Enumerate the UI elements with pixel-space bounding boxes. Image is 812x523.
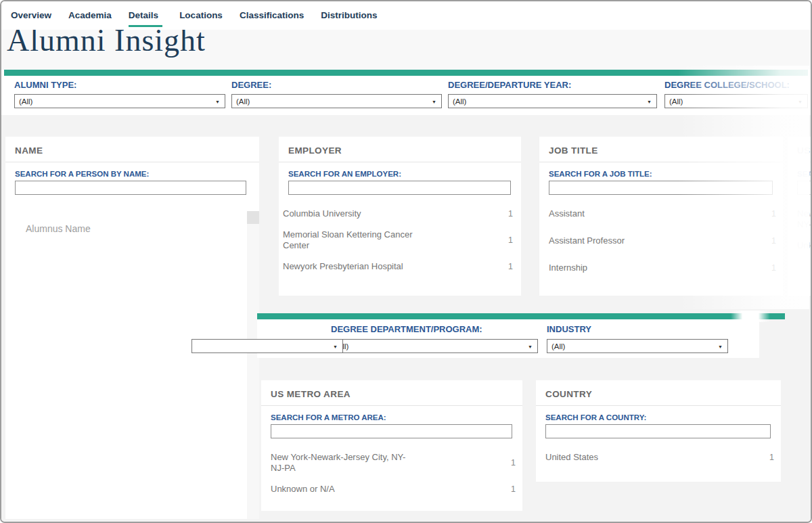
job-title-panel: JOB TITLE SEARCH FOR A JOB TITLE: Assist… — [539, 137, 783, 296]
filter-alumni-type-dropdown[interactable]: (All) ▼ — [14, 94, 225, 108]
employer-count: 1 — [508, 208, 513, 219]
tab-classifications[interactable]: Classifications — [240, 10, 304, 25]
filter-cropped-dropdown[interactable]: ▼ — [191, 339, 343, 353]
metro-area-search-label: SEARCH FOR A METRO AREA: — [271, 413, 513, 422]
employer-search-input[interactable] — [288, 181, 511, 195]
chevron-down-icon: ▼ — [798, 99, 803, 104]
country-name: United States — [545, 452, 598, 463]
job-title-name: Internship — [549, 263, 587, 273]
job-title-search-input[interactable] — [549, 181, 773, 195]
metro-area-search-input[interactable] — [271, 424, 512, 438]
us-metro-area-panel: US METRO AREA SEARCH FOR A METRO AREA: N… — [261, 380, 522, 511]
tab-details[interactable]: Details — [129, 10, 162, 27]
job-title-name: Assistant Professor — [549, 235, 625, 246]
filter-alumni-type-label: ALUMNI TYPE: — [14, 80, 225, 90]
job-title-count: 1 — [771, 263, 776, 273]
filter-degree-department-label: DEGREE DEPARTMENT/PROGRAM: — [331, 324, 482, 334]
country-count: 1 — [769, 452, 774, 462]
employer-name: Columbia University — [283, 208, 361, 219]
country-search-label: SEARCH FOR A COUNTRY: — [545, 413, 771, 422]
list-item[interactable]: Internship 1 — [549, 263, 776, 273]
country-search-input[interactable] — [545, 424, 771, 438]
name-search-label: SEARCH FOR A PERSON BY NAME: — [15, 170, 250, 178]
list-item[interactable]: New York-Newark-Jersey City, NY-NJ-PA 1 — [271, 452, 516, 474]
tab-distributions[interactable]: Distributions — [321, 10, 377, 25]
chevron-down-icon: ▼ — [647, 99, 652, 104]
dashboard-window: Overview Academia Details Locations Clas… — [0, 0, 812, 523]
filter-degree-value: (All) — [236, 97, 250, 106]
filter-degree-college-school-value: (All) — [669, 97, 683, 106]
name-panel-title: NAME — [5, 137, 259, 162]
tab-bar: Overview Academia Details Locations Clas… — [1, 1, 811, 30]
country-panel: COUNTRY SEARCH FOR A COUNTRY: United Sta… — [536, 380, 781, 482]
accent-bar-middle — [257, 313, 785, 319]
employer-search-label: SEARCH FOR AN EMPLOYER: — [288, 170, 512, 178]
filter-degree: DEGREE: (All) ▼ — [231, 80, 442, 108]
filter-industry-value: (All) — [551, 342, 565, 350]
job-title-count: 1 — [771, 208, 776, 219]
filter-degree-college-school-dropdown[interactable]: (All) ▼ — [664, 94, 808, 108]
us-metro-area-panel-title: US METRO AREA — [261, 380, 522, 406]
filter-degree-dropdown[interactable]: (All) ▼ — [231, 94, 442, 108]
employer-count: 1 — [508, 261, 513, 271]
list-item[interactable]: Unknown or N/A 1 — [271, 484, 516, 495]
chevron-down-icon: ▼ — [432, 99, 436, 104]
job-title-count: 1 — [771, 235, 776, 246]
metro-area-count: 1 — [511, 484, 516, 494]
filter-degree-department-dropdown[interactable]: (All) ▼ — [330, 339, 538, 353]
filter-degree-college-school: DEGREE COLLEGE/SCHOOL: (All) ▼ — [664, 80, 808, 108]
employer-name: Memorial Sloan Kettering Cancer Center — [283, 229, 415, 251]
list-item[interactable]: Columbia University 1 — [283, 208, 513, 219]
metro-area-count: 1 — [511, 452, 516, 468]
tab-locations[interactable]: Locations — [179, 10, 223, 25]
filter-degree-label: DEGREE: — [231, 80, 442, 90]
filter-alumni-type-value: (All) — [19, 97, 32, 106]
job-title-search-label: SEARCH FOR A JOB TITLE: — [549, 170, 773, 178]
list-item[interactable]: Memorial Sloan Kettering Cancer Center 1 — [283, 229, 513, 251]
tab-overview[interactable]: Overview — [11, 10, 51, 25]
scrollbar-thumb[interactable] — [247, 211, 259, 224]
partial-right-panel: US METRO AREA SEARCH FOR A METRO AREA: N… — [788, 137, 812, 296]
employer-panel: EMPLOYER SEARCH FOR AN EMPLOYER: Columbi… — [279, 137, 521, 296]
list-item[interactable]: Alumnus Name — [26, 223, 91, 234]
chevron-down-icon: ▼ — [718, 344, 723, 348]
chevron-down-icon: ▼ — [215, 99, 220, 104]
chevron-down-icon: ▼ — [333, 344, 338, 348]
page-title: Alumni Insight — [7, 30, 811, 58]
filter-row-primary: ALUMNI TYPE: (All) ▼ DEGREE: (All) ▼ DEG… — [1, 76, 811, 115]
employer-name: Newyork Presbyterian Hospital — [283, 261, 403, 272]
list-item[interactable]: Newyork Presbyterian Hospital 1 — [283, 261, 513, 272]
filter-degree-departure-year-value: (All) — [453, 97, 466, 106]
name-search-input[interactable] — [15, 181, 246, 195]
job-title-panel-title: JOB TITLE — [539, 137, 783, 162]
filter-alumni-type: ALUMNI TYPE: (All) ▼ — [14, 80, 225, 108]
list-item[interactable]: Assistant 1 — [549, 208, 776, 219]
filter-degree-college-school-label: DEGREE COLLEGE/SCHOOL: — [664, 80, 808, 90]
filter-industry-label: INDUSTRY — [547, 324, 591, 334]
employer-panel-title: EMPLOYER — [279, 137, 521, 162]
metro-area-name: Unknown or N/A — [271, 484, 335, 495]
partial-right-panel-content: US METRO AREA SEARCH FOR A METRO AREA: N… — [788, 137, 812, 251]
tab-academia[interactable]: Academia — [68, 10, 112, 25]
filter-degree-departure-year: DEGREE/DEPARTURE YEAR: (All) ▼ — [448, 80, 657, 108]
metro-area-name: New York-Newark-Jersey City, NY-NJ-PA — [271, 452, 413, 474]
filter-industry-dropdown[interactable]: (All) ▼ — [547, 339, 728, 353]
list-item[interactable]: United States 1 — [545, 452, 774, 463]
job-title-name: Assistant — [549, 208, 585, 219]
filter-degree-departure-year-label: DEGREE/DEPARTURE YEAR: — [448, 80, 657, 90]
title-strip: Alumni Insight — [1, 30, 811, 70]
chevron-down-icon: ▼ — [528, 344, 533, 348]
name-panel-scrollbar[interactable] — [247, 211, 259, 519]
country-panel-title: COUNTRY — [536, 380, 781, 406]
accent-bar-top — [4, 70, 808, 76]
filter-degree-departure-year-dropdown[interactable]: (All) ▼ — [448, 94, 657, 108]
list-item[interactable]: Assistant Professor 1 — [549, 235, 776, 246]
name-panel: NAME SEARCH FOR A PERSON BY NAME: Alumnu… — [5, 137, 259, 519]
employer-count: 1 — [508, 229, 513, 245]
